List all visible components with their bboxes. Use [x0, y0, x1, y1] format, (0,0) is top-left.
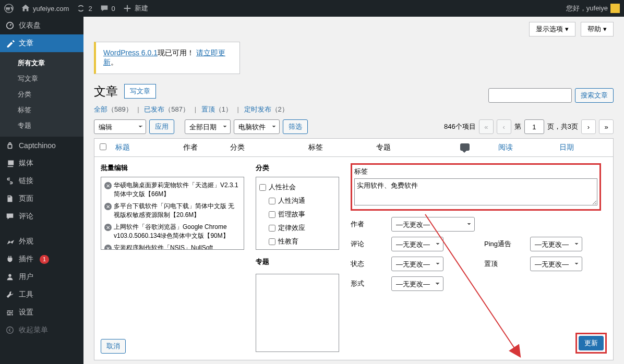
sticky-label: 置顶 [484, 259, 521, 269]
updates-link[interactable]: 2 [76, 4, 92, 13]
menu-tools[interactable]: 工具 [0, 286, 83, 304]
col-title[interactable]: 标题 [115, 143, 183, 152]
cat-item[interactable]: 哲理故事 [259, 208, 335, 221]
svg-point-3 [8, 274, 11, 277]
menu-appearance[interactable]: 外观 [0, 233, 83, 250]
filter-all[interactable]: 全部 [94, 105, 107, 113]
svg-point-6 [11, 314, 13, 316]
format-select[interactable]: —无更改— [391, 276, 443, 291]
submenu-subjects[interactable]: 专题 [0, 118, 83, 134]
bulk-subject-label: 专题 [256, 257, 344, 266]
site-link[interactable]: yufeiye.com [21, 4, 69, 13]
menu-dashboard[interactable]: 仪表盘 [0, 17, 83, 34]
update-highlight: 更新 [575, 333, 607, 354]
filter-published[interactable]: 已发布 [144, 105, 164, 113]
bulk-tag-label: 标签 [354, 167, 597, 176]
page-title: 文章 [94, 83, 118, 100]
date-filter[interactable]: 全部日期 [185, 119, 231, 134]
comment-icon [460, 143, 470, 151]
greeting[interactable]: 您好，yufeiye [566, 4, 620, 13]
col-subject: 专题 [376, 143, 444, 152]
apply-button[interactable]: 应用 [149, 119, 174, 134]
col-read[interactable]: 阅读 [486, 143, 525, 152]
wp-logo[interactable] [4, 4, 14, 13]
select-all[interactable] [100, 143, 106, 150]
svg-rect-2 [8, 144, 11, 148]
submenu-new-post[interactable]: 写文章 [0, 71, 83, 87]
col-date[interactable]: 日期 [525, 143, 608, 152]
menu-links[interactable]: 链接 [0, 172, 83, 190]
author-select[interactable]: —无更改— [391, 217, 475, 232]
cat-item[interactable]: 人性沟通 [259, 194, 335, 208]
col-tag: 标签 [308, 143, 376, 152]
search-input[interactable] [488, 88, 572, 103]
bulk-edit-title: 批量编辑 [101, 163, 249, 173]
filter-scheduled[interactable]: 定时发布 [244, 105, 271, 113]
next-page[interactable]: › [581, 119, 596, 134]
menu-pages[interactable]: 页面 [0, 190, 83, 208]
prev-page[interactable]: ‹ [497, 119, 511, 134]
remove-icon[interactable]: ✕ [104, 203, 112, 210]
first-page[interactable]: « [479, 119, 494, 134]
menu-users[interactable]: 用户 [0, 268, 83, 286]
submenu-tags[interactable]: 标签 [0, 102, 83, 118]
menu-collapse[interactable]: 收起菜单 [0, 321, 83, 339]
svg-point-7 [7, 327, 14, 334]
menu-plugins[interactable]: 插件1 [0, 250, 83, 268]
cat-item[interactable]: 定律效应 [259, 221, 335, 235]
comments-label: 评论 [351, 239, 382, 249]
remove-icon[interactable]: ✕ [104, 224, 112, 231]
format-label: 形式 [351, 279, 382, 288]
help-tab[interactable]: 帮助 ▾ [581, 22, 614, 37]
filter-button[interactable]: 筛选 [283, 119, 308, 134]
bulk-item: ✕安装程序制作软件「NSIS」NullSoft Scriptable Insta… [103, 242, 242, 250]
col-comments[interactable] [444, 143, 486, 152]
bulk-action-select[interactable]: 编辑 [94, 119, 146, 134]
subject-box[interactable] [256, 274, 339, 352]
status-select[interactable]: —无更改— [391, 257, 443, 271]
bulk-item: ✕华硕电脑桌面萝莉宠物软件「天选姬」V2.3.1简体中文版【66M】 [103, 179, 242, 200]
cat-item[interactable]: 人性社会 [259, 180, 335, 194]
update-button[interactable]: 更新 [579, 336, 604, 350]
submenu-all-posts[interactable]: 所有文章 [0, 55, 83, 71]
menu-settings[interactable]: 设置 [0, 304, 83, 321]
col-category: 分类 [230, 143, 308, 152]
menu-posts[interactable]: 文章 [0, 34, 83, 52]
category-filter[interactable]: 电脑软件 [234, 119, 280, 134]
wp-version-link[interactable]: WordPress 6.0.1 [103, 48, 158, 57]
page-input[interactable] [524, 119, 544, 134]
menu-comments[interactable]: 评论 [0, 208, 83, 225]
screen-options[interactable]: 显示选项 ▾ [529, 22, 575, 37]
ping-label: Ping通告 [484, 239, 521, 249]
menu-captchinoo[interactable]: Captchinoo [0, 137, 83, 154]
menu-media[interactable]: 媒体 [0, 154, 83, 172]
submenu-categories[interactable]: 分类 [0, 87, 83, 102]
avatar-icon [610, 4, 620, 13]
add-new-button[interactable]: 写文章 [124, 84, 156, 99]
status-label: 状态 [351, 259, 382, 269]
comments-select[interactable]: —无更改— [391, 237, 443, 251]
new-link[interactable]: 新建 [123, 4, 148, 13]
col-author: 作者 [183, 143, 230, 152]
author-label: 作者 [351, 220, 382, 229]
update-notice: WordPress 6.0.1现已可用！ 请立即更新。 [94, 42, 240, 74]
cat-item[interactable]: 性教育 [259, 235, 335, 248]
total-items: 846个项目 [444, 122, 476, 131]
comments-link[interactable]: 0 [100, 4, 115, 13]
ping-select[interactable]: —无更改— [530, 237, 582, 251]
bulk-item: ✕上网软件「谷歌浏览器」Google Chrome v103.0.5060.13… [103, 221, 242, 242]
remove-icon[interactable]: ✕ [104, 245, 112, 250]
category-checklist[interactable]: 人性社会 人性沟通 哲理故事 定律效应 性教育 [256, 177, 339, 250]
search-button[interactable]: 搜索文章 [575, 88, 614, 103]
svg-point-4 [11, 310, 13, 312]
bulk-items-list[interactable]: ✕华硕电脑桌面萝莉宠物软件「天选姬」V2.3.1简体中文版【66M】 ✕多平台下… [101, 177, 244, 250]
last-page[interactable]: » [599, 119, 614, 134]
tag-textarea[interactable]: 实用软件、免费软件 [354, 178, 597, 205]
remove-icon[interactable]: ✕ [104, 182, 112, 189]
tag-highlight: 标签 实用软件、免费软件 [351, 163, 601, 211]
filter-sticky[interactable]: 置顶 [201, 105, 215, 113]
cancel-button[interactable]: 取消 [101, 339, 126, 354]
bulk-cat-label: 分类 [256, 163, 344, 173]
sticky-select[interactable]: —无更改— [530, 257, 582, 271]
bulk-item: ✕多平台下载软件「闪电下载」简体中文版 无视版权敏感资源限制【20.6M】 [103, 200, 242, 221]
